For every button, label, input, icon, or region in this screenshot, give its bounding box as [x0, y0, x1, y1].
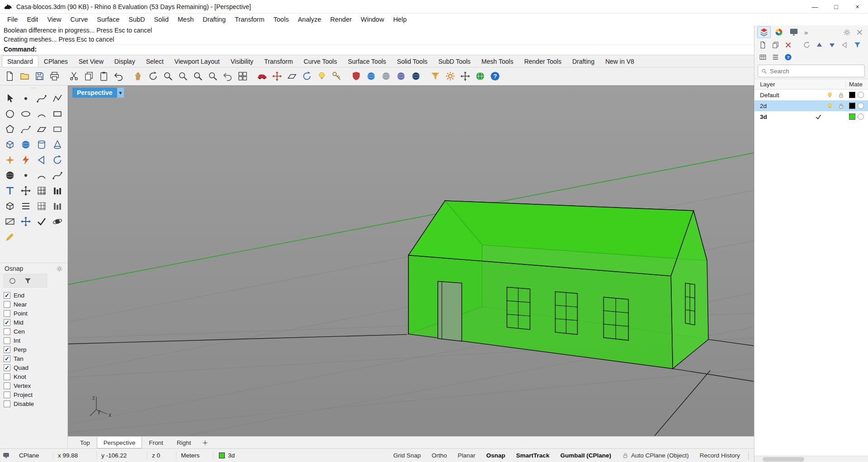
gumball-button[interactable]: [270, 69, 285, 84]
paste-button[interactable]: [96, 69, 111, 84]
points-on-button[interactable]: [18, 168, 34, 183]
units-button[interactable]: Meters: [176, 451, 213, 460]
checkbox-icon[interactable]: [4, 382, 10, 389]
osnap-option-mid[interactable]: Mid: [4, 318, 64, 327]
checkbox-icon[interactable]: [4, 364, 10, 371]
rectangular-array-button[interactable]: [34, 183, 50, 198]
viewport-perspective[interactable]: Perspective ▾ zyx: [68, 85, 754, 436]
material-column-header[interactable]: Mate: [845, 81, 868, 88]
layer-row-2d[interactable]: 2d: [754, 100, 868, 111]
toolbar-tab-subd-tools[interactable]: SubD Tools: [433, 56, 476, 67]
cplane-button[interactable]: CPlane: [14, 451, 53, 460]
menu-analyze[interactable]: Analyze: [293, 14, 326, 24]
panel-options-button[interactable]: [841, 27, 853, 38]
layer-search-input[interactable]: [770, 68, 861, 75]
move-layer-up-button[interactable]: [814, 40, 825, 51]
fillet-button[interactable]: [18, 152, 34, 168]
rectangle-button[interactable]: [50, 106, 66, 122]
move-button[interactable]: [18, 214, 34, 229]
toolbar-tab-viewport-layout[interactable]: Viewport Layout: [169, 56, 225, 67]
command-prompt-input[interactable]: Command:: [0, 45, 754, 55]
rendered-display-button[interactable]: [394, 69, 408, 84]
set-view-button[interactable]: [299, 69, 314, 84]
osnap-option-project[interactable]: Project: [4, 390, 64, 399]
new-file-button[interactable]: [2, 69, 17, 84]
new-layer-button[interactable]: [757, 40, 768, 51]
viewport-tab-perspective[interactable]: Perspective: [97, 437, 142, 448]
cone-button[interactable]: [50, 137, 66, 152]
layer-color-swatch[interactable]: [849, 92, 855, 98]
cplane-tool-button[interactable]: [285, 69, 299, 84]
box-button[interactable]: [2, 137, 18, 152]
ellipse-button[interactable]: [18, 106, 34, 122]
osnap-filter-button[interactable]: [22, 276, 33, 286]
layer-visibility-toggle[interactable]: [824, 103, 835, 109]
osnap-option-int[interactable]: Int: [4, 336, 64, 345]
osnap-option-tan[interactable]: Tan: [4, 354, 64, 363]
osnap-option-end[interactable]: End: [4, 291, 64, 300]
layer-column-header[interactable]: Layer: [760, 81, 775, 88]
viewport-tab-right[interactable]: Right: [170, 437, 198, 448]
polygon-button[interactable]: [2, 122, 18, 137]
current-layer-chip[interactable]: 3d: [213, 452, 240, 459]
viewport-panel-tab[interactable]: [787, 26, 801, 38]
panel-close-button[interactable]: [854, 27, 865, 38]
layer-material-circle[interactable]: [858, 103, 864, 109]
checkbox-icon[interactable]: [4, 355, 10, 362]
rotate-view-button[interactable]: [146, 69, 161, 84]
polyline-button[interactable]: [50, 91, 66, 106]
chevron-down-icon[interactable]: ▾: [117, 88, 124, 98]
osnap-option-point[interactable]: Point: [4, 309, 64, 318]
layer-help-button[interactable]: [783, 52, 794, 63]
selection-filter-button[interactable]: [428, 69, 443, 84]
undo-button[interactable]: [111, 69, 126, 84]
statusbar-toggle-record-history[interactable]: Record History: [700, 452, 740, 459]
statusbar-toggle-planar[interactable]: Planar: [458, 452, 475, 459]
cut-button[interactable]: [66, 69, 81, 84]
four-viewports-button[interactable]: [235, 69, 250, 84]
text-button[interactable]: [2, 183, 18, 198]
menu-subd[interactable]: SubD: [124, 14, 149, 24]
control-point-curve-button[interactable]: [34, 91, 50, 106]
snap-shield-button[interactable]: [349, 69, 364, 84]
cylinder-button[interactable]: [34, 137, 50, 152]
checkbox-icon[interactable]: [4, 346, 10, 353]
toolbar-tab-curve-tools[interactable]: Curve Tools: [298, 56, 342, 67]
new-sublayer-button[interactable]: [770, 40, 781, 51]
checkbox-icon[interactable]: [4, 401, 10, 407]
statusbar-toggle-auto-cplane-object[interactable]: Auto CPlane (Object): [622, 452, 689, 459]
minimize-button[interactable]: —: [804, 0, 825, 13]
copy-button[interactable]: [81, 69, 96, 84]
current-layer-check[interactable]: [813, 113, 824, 120]
viewport-tab-top[interactable]: Top: [73, 437, 97, 448]
toolbar-tab-mesh-tools[interactable]: Mesh Tools: [476, 56, 519, 67]
toolbar-tab-transform[interactable]: Transform: [259, 56, 298, 67]
checkbox-icon[interactable]: [4, 310, 10, 317]
pan-view-button[interactable]: [131, 69, 146, 84]
toolbar-tab-select[interactable]: Select: [141, 56, 169, 67]
menu-view[interactable]: View: [43, 14, 66, 24]
toolbar-tab-drafting[interactable]: Drafting: [567, 56, 600, 67]
scrollbar-thumb[interactable]: [763, 457, 804, 462]
checkbox-icon[interactable]: [4, 328, 10, 335]
interpolated-curve-button[interactable]: [18, 122, 34, 137]
layer-row-3d[interactable]: 3d: [754, 111, 868, 122]
menu-solid[interactable]: Solid: [150, 14, 173, 24]
layer-row-default[interactable]: Default: [754, 90, 868, 100]
osnap-option-near[interactable]: Near: [4, 300, 64, 309]
match-layer-button[interactable]: [801, 40, 812, 51]
shear-button[interactable]: [50, 183, 66, 198]
viewport-title[interactable]: Perspective ▾: [72, 88, 124, 98]
move-layer-down-button[interactable]: [826, 40, 838, 51]
clipping-plane-button[interactable]: [2, 214, 18, 229]
toolbar-tab-render-tools[interactable]: Render Tools: [519, 56, 567, 67]
contour-button[interactable]: [18, 198, 34, 214]
add-viewport-button[interactable]: [198, 437, 212, 448]
zoom-selected-button[interactable]: [190, 69, 205, 84]
viewport-tab-front[interactable]: Front: [142, 437, 170, 448]
statusbar-toggle-gumball-cplane[interactable]: Gumball (CPlane): [560, 452, 612, 459]
disable-osnap-button[interactable]: [6, 276, 18, 286]
layer-search-box[interactable]: [758, 65, 865, 77]
maximize-button[interactable]: □: [825, 0, 847, 13]
adjust-curve-button[interactable]: [50, 168, 66, 183]
